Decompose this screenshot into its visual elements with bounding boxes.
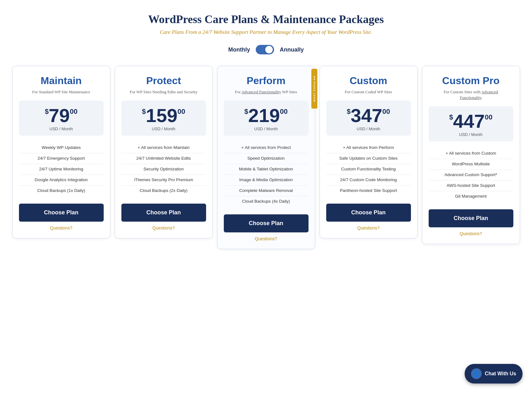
plans-container: Maintain For Standard WP Site Maintenanc… <box>7 66 525 249</box>
price-row: $ 447 00 <box>432 112 510 131</box>
feature-item: + All services from Custom <box>429 148 513 159</box>
feature-item: Security Optimization <box>121 164 206 175</box>
price-row: $ 347 00 <box>329 106 408 125</box>
plan-description: For Standard WP Site Maintenance <box>19 89 104 95</box>
questions-link[interactable]: Questions? <box>224 236 309 241</box>
page-title: WordPress Care Plans & Maintenance Packa… <box>6 13 526 26</box>
feature-item: 24/7 Unlimited Website Edits <box>121 153 206 164</box>
features-list: + All services from Maintain 24/7 Unlimi… <box>121 143 206 196</box>
questions-link[interactable]: Questions? <box>121 225 206 230</box>
feature-item: Google Analytics Integration <box>19 175 104 186</box>
price-box: $ 347 00 USD / Month <box>326 101 411 136</box>
price-cents: 00 <box>70 108 77 115</box>
page-subtitle: Care Plans From a 24/7 Website Support P… <box>6 29 526 35</box>
price-row: $ 219 00 <box>227 106 305 125</box>
plan-description: For Custom Sites with AdvancedFunctional… <box>429 89 513 101</box>
feature-item: Cloud Backups (4x Daily) <box>224 196 309 207</box>
price-period: USD / Month <box>125 126 203 131</box>
plan-description: For Custom Coded WP Sites <box>326 89 411 95</box>
price-cents: 00 <box>177 108 185 115</box>
price-box: $ 79 00 USD / Month <box>19 101 104 136</box>
price-row: $ 159 00 <box>125 106 203 125</box>
feature-item: Complete Malware Removal <box>224 186 309 196</box>
feature-item: Image & Media Optimization <box>224 175 309 186</box>
price-cents: 00 <box>485 114 492 121</box>
chat-label: Chat With Us <box>485 371 516 377</box>
price-dollar: $ <box>449 114 453 121</box>
plan-name: Custom <box>326 75 411 87</box>
price-box: $ 159 00 USD / Month <box>121 101 206 136</box>
feature-item: Weekly WP Updates <box>19 143 104 153</box>
most-popular-badge: MOST POPULAR <box>311 69 317 108</box>
questions-link[interactable]: Questions? <box>429 231 513 236</box>
price-dollar: $ <box>142 108 146 115</box>
billing-toggle-switch[interactable] <box>256 45 274 54</box>
feature-item: 24/7 Uptime Monitoring <box>19 164 104 175</box>
questions-link[interactable]: Questions? <box>326 225 411 230</box>
feature-item: Speed Optimization <box>224 153 309 164</box>
feature-item: Git Management <box>429 191 513 202</box>
plan-name: Maintain <box>19 75 104 87</box>
plan-card-maintain: Maintain For Standard WP Site Maintenanc… <box>12 66 110 238</box>
choose-plan-button[interactable]: Choose Plan <box>121 204 206 222</box>
feature-item: 24/7 Emergency Support <box>19 153 104 164</box>
price-row: $ 79 00 <box>22 106 101 125</box>
chat-avatar: 👤 <box>471 368 482 379</box>
annually-label: Annually <box>280 46 304 53</box>
choose-plan-button[interactable]: Choose Plan <box>19 204 104 222</box>
price-dollar: $ <box>244 108 248 115</box>
feature-item: 24/7 Custom Code Monitoring <box>326 175 411 186</box>
price-main: 447 <box>453 112 485 131</box>
plan-name: Perform <box>224 75 309 87</box>
features-list: + All services from Custom WordPress Mul… <box>429 148 513 201</box>
price-box: $ 219 00 USD / Month <box>224 101 309 136</box>
feature-item: Cloud Backups (2x Daily) <box>121 186 206 196</box>
plan-description: For Advanced Functionality WP Sites <box>224 89 309 95</box>
feature-item: Pantheon-hosted Site Support <box>326 186 411 196</box>
feature-item: + All services from Perform <box>326 143 411 153</box>
price-period: USD / Month <box>329 126 408 131</box>
feature-item: Cloud Backups (1x Daily) <box>19 186 104 196</box>
plan-name: Custom Pro <box>429 75 513 87</box>
plan-name: Protect <box>121 75 206 87</box>
questions-link[interactable]: Questions? <box>19 225 104 230</box>
price-box: $ 447 00 USD / Month <box>429 106 513 141</box>
feature-item: AWS-hosted Site Support <box>429 181 513 191</box>
plan-card-protect: Protect For WP Sites Needing Edits and S… <box>115 66 213 238</box>
price-main: 347 <box>351 106 382 125</box>
choose-plan-button[interactable]: Choose Plan <box>429 209 513 227</box>
feature-item: + All services from Maintain <box>121 143 206 153</box>
features-list: + All services from Perform Safe Updates… <box>326 143 411 196</box>
price-main: 219 <box>248 106 280 125</box>
plan-card-perform: MOST POPULAR Perform For Advanced Functi… <box>217 66 315 249</box>
price-period: USD / Month <box>432 132 510 137</box>
chat-button[interactable]: 👤 Chat With Us <box>465 364 523 384</box>
price-period: USD / Month <box>227 126 305 131</box>
price-period: USD / Month <box>22 126 101 131</box>
plan-card-custom: Custom For Custom Coded WP Sites $ 347 0… <box>320 66 418 238</box>
price-cents: 00 <box>280 108 287 115</box>
monthly-label: Monthly <box>228 46 250 53</box>
plan-description: For WP Sites Needing Edits and Security <box>121 89 206 95</box>
price-dollar: $ <box>45 108 49 115</box>
feature-item: Custom Functionality Testing <box>326 164 411 175</box>
choose-plan-button[interactable]: Choose Plan <box>326 204 411 222</box>
choose-plan-button[interactable]: Choose Plan <box>224 214 309 232</box>
price-main: 79 <box>49 106 70 125</box>
price-dollar: $ <box>347 108 351 115</box>
features-list: + All services from Protect Speed Optimi… <box>224 143 309 206</box>
billing-toggle: Monthly Annually <box>6 45 526 54</box>
feature-item: + All services from Protect <box>224 143 309 153</box>
features-list: Weekly WP Updates 24/7 Emergency Support… <box>19 143 104 196</box>
plan-card-custom-pro: Custom Pro For Custom Sites with Advance… <box>422 66 520 244</box>
page-header: WordPress Care Plans & Maintenance Packa… <box>6 13 526 35</box>
price-main: 159 <box>146 106 177 125</box>
feature-item: Safe Updates on Custom Sites <box>326 153 411 164</box>
feature-item: WordPress Multisite <box>429 159 513 170</box>
feature-item: Mobile & Tablet Optimization <box>224 164 309 175</box>
feature-item: Advanced Custom Support* <box>429 170 513 181</box>
feature-item: iThemes Security Pro Premium <box>121 175 206 186</box>
price-cents: 00 <box>382 108 390 115</box>
